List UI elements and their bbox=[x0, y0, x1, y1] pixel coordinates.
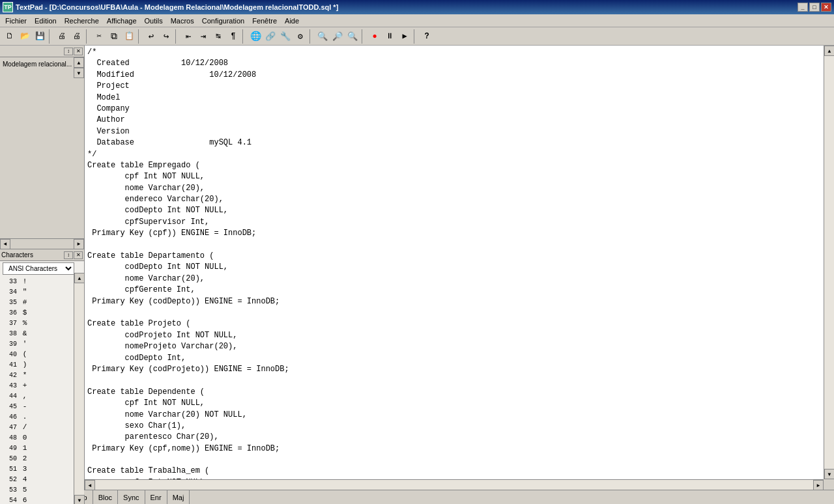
char-row[interactable]: 37% bbox=[0, 318, 84, 328]
char-num: 37 bbox=[0, 320, 20, 327]
panel-top-resize[interactable]: ↕ bbox=[64, 48, 73, 55]
scroll-right-btn[interactable]: ► bbox=[74, 239, 84, 249]
char-row[interactable]: 35# bbox=[0, 297, 84, 307]
char-val: 5 bbox=[20, 486, 30, 494]
tb-paste[interactable]: 📋 bbox=[122, 29, 136, 44]
tree-item-file[interactable]: Modelagem relacional... bbox=[3, 60, 81, 68]
char-num: 40 bbox=[0, 351, 20, 358]
tb-undo[interactable]: ↩ bbox=[144, 29, 158, 44]
scroll-left-btn[interactable]: ◄ bbox=[0, 239, 10, 249]
char-val: " bbox=[20, 288, 30, 296]
char-val: 6 bbox=[20, 496, 30, 504]
tb-copy[interactable]: ⧉ bbox=[107, 29, 121, 44]
tb-search3[interactable]: 🔍 bbox=[345, 29, 360, 44]
app-icon: TP bbox=[3, 2, 13, 12]
menu-macros[interactable]: Macros bbox=[167, 16, 198, 26]
char-row[interactable]: 491 bbox=[0, 443, 84, 453]
tb-tools1[interactable]: 🔧 bbox=[278, 29, 293, 44]
tb-cut[interactable]: ✂ bbox=[92, 29, 106, 44]
tb-open[interactable]: 📂 bbox=[18, 29, 32, 44]
tb-tab[interactable]: ↹ bbox=[211, 29, 225, 44]
char-row[interactable]: 513 bbox=[0, 464, 84, 474]
char-row[interactable]: 36$ bbox=[0, 307, 84, 318]
char-row[interactable]: 40( bbox=[0, 349, 84, 359]
char-row[interactable]: 524 bbox=[0, 474, 84, 484]
char-panel-scrollbar[interactable]: ▲ ▼ bbox=[74, 273, 84, 504]
tb-paragraph[interactable]: ¶ bbox=[226, 29, 240, 44]
tb-search2[interactable]: 🔎 bbox=[330, 29, 345, 44]
editor-scroll-down[interactable]: ▼ bbox=[824, 469, 834, 479]
charset-dropdown[interactable]: ANSI Characters bbox=[3, 262, 74, 275]
panel-top-close[interactable]: ✕ bbox=[74, 48, 83, 55]
tb-indent-right[interactable]: ⇥ bbox=[196, 29, 210, 44]
tb-help[interactable]: ? bbox=[420, 29, 434, 44]
tb-indent-left[interactable]: ⇤ bbox=[181, 29, 195, 44]
char-row[interactable]: 42* bbox=[0, 370, 84, 380]
char-num: 35 bbox=[0, 299, 20, 306]
char-panel-close[interactable]: ✕ bbox=[74, 251, 83, 259]
char-val: . bbox=[20, 413, 30, 421]
char-row[interactable]: 39' bbox=[0, 339, 84, 349]
char-num: 43 bbox=[0, 382, 20, 389]
window-minimize-btn[interactable]: _ bbox=[798, 3, 808, 12]
editor-hscroll-track bbox=[95, 480, 813, 490]
char-row[interactable]: 34" bbox=[0, 287, 84, 297]
tb-new[interactable]: 🗋 bbox=[3, 29, 17, 44]
char-row[interactable]: 43+ bbox=[0, 380, 84, 391]
file-tree-content[interactable]: Modelagem relacional... bbox=[0, 57, 84, 249]
char-val: ! bbox=[20, 277, 30, 285]
editor-scroll-up[interactable]: ▲ bbox=[824, 46, 834, 56]
char-val: # bbox=[20, 298, 30, 306]
tb-record[interactable]: ● bbox=[367, 29, 382, 44]
char-row[interactable]: 44, bbox=[0, 391, 84, 401]
char-row[interactable]: 480 bbox=[0, 432, 84, 443]
char-row[interactable]: 38& bbox=[0, 328, 84, 339]
editor-scroll-right[interactable]: ► bbox=[813, 480, 824, 490]
scroll-down-btn[interactable]: ▼ bbox=[74, 68, 84, 78]
tb-search1[interactable]: 🔍 bbox=[315, 29, 330, 44]
window-maximize-btn[interactable]: □ bbox=[809, 3, 820, 12]
menu-fenetre[interactable]: Fenêtre bbox=[248, 16, 281, 26]
tb-print-preview[interactable]: 🖨 bbox=[55, 29, 69, 44]
char-panel-resize[interactable]: ↕ bbox=[64, 251, 73, 259]
scroll-up-btn[interactable]: ▲ bbox=[74, 57, 84, 68]
char-row[interactable]: 41) bbox=[0, 359, 84, 370]
window-close-btn[interactable]: ✕ bbox=[821, 3, 831, 12]
char-scroll-up[interactable]: ▲ bbox=[74, 273, 85, 283]
char-val: ' bbox=[20, 340, 30, 348]
tb-globe[interactable]: 🌐 bbox=[248, 29, 263, 44]
char-row[interactable]: 502 bbox=[0, 453, 84, 464]
editor-vscroll[interactable]: ▲ ▼ bbox=[824, 46, 834, 479]
tb-redo[interactable]: ↪ bbox=[159, 29, 173, 44]
tb-save[interactable]: 💾 bbox=[33, 29, 47, 44]
char-row[interactable]: 546 bbox=[0, 495, 84, 504]
menu-edition[interactable]: Edition bbox=[31, 16, 61, 26]
tb-play[interactable]: ▶ bbox=[397, 29, 412, 44]
menu-fichier[interactable]: Fichier bbox=[1, 16, 31, 26]
char-num: 33 bbox=[0, 278, 20, 285]
char-row[interactable]: 47/ bbox=[0, 422, 84, 432]
char-row[interactable]: 33! bbox=[0, 276, 84, 287]
menu-outils[interactable]: Outils bbox=[141, 16, 167, 26]
menu-recherche[interactable]: Recherche bbox=[61, 16, 103, 26]
file-tree-panel: ↕ ✕ Modelagem relacional... ▲ ▼ ◄ ► bbox=[0, 46, 84, 249]
tb-web[interactable]: 🔗 bbox=[263, 29, 278, 44]
editor-hscroll[interactable]: ◄ ► bbox=[85, 479, 824, 490]
menu-affichage[interactable]: Affichage bbox=[103, 16, 141, 26]
tb-tools2[interactable]: ⚙ bbox=[293, 29, 308, 44]
char-row[interactable]: 45- bbox=[0, 401, 84, 412]
file-tree-scrollbar[interactable]: ▲ ▼ bbox=[74, 57, 84, 237]
char-num: 42 bbox=[0, 372, 20, 379]
editor-content[interactable]: /* Created 10/12/2008 Modified 10/12/200… bbox=[85, 46, 824, 479]
char-row[interactable]: 46. bbox=[0, 412, 84, 422]
status-bloc: Bloc bbox=[93, 490, 118, 504]
tb-pause[interactable]: ⏸ bbox=[382, 29, 397, 44]
menu-aide[interactable]: Aide bbox=[281, 16, 303, 26]
char-row[interactable]: 535 bbox=[0, 484, 84, 495]
char-scroll-down[interactable]: ▼ bbox=[74, 495, 85, 504]
tb-print[interactable]: 🖨 bbox=[70, 29, 84, 44]
menu-configuration[interactable]: Configuration bbox=[198, 16, 248, 26]
editor-scroll-left[interactable]: ◄ bbox=[85, 480, 95, 490]
char-scroll-track bbox=[74, 283, 84, 495]
file-tree-header: ↕ ✕ bbox=[0, 46, 84, 57]
